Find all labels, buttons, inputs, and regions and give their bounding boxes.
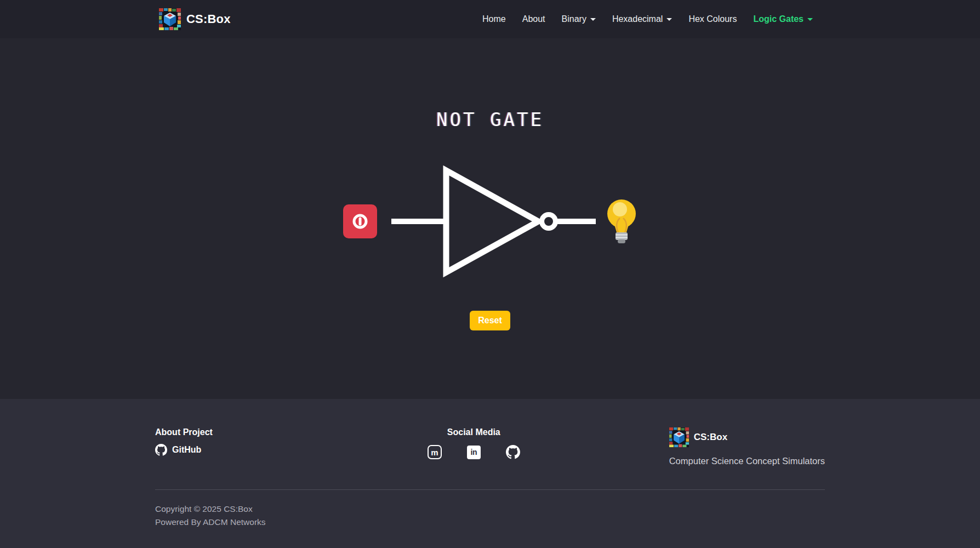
github-octocat-icon [155, 444, 167, 456]
power-off-icon [350, 211, 371, 232]
page-title: NOT GATE [436, 109, 544, 130]
github-repo-link[interactable]: GitHub [155, 444, 213, 456]
lightbulb-icon [606, 199, 637, 244]
reset-button[interactable]: Reset [470, 311, 510, 330]
about-project-heading: About Project [155, 427, 213, 437]
nav-item-logic-gates-dropdown[interactable]: Logic Gates [745, 9, 821, 29]
powered-by-text: Powered By ADCM Networks [155, 517, 825, 527]
navbar: CS:Box Home About Binary Hexadecimal Hex… [0, 0, 980, 38]
cs-box-cube-logo-icon [669, 427, 689, 447]
footer-divider [155, 489, 825, 490]
linkedin-link[interactable]: in [467, 446, 481, 459]
mastodon-link[interactable]: m [428, 445, 442, 459]
footer: About Project GitHub Social Media m [0, 399, 980, 548]
footer-brand-title: CS:Box [694, 432, 727, 443]
copyright-text: Copyright © 2025 CS:Box [155, 504, 825, 514]
copyright-block: Copyright © 2025 CS:Box Powered By ADCM … [155, 504, 825, 527]
chevron-down-icon [807, 18, 813, 21]
chevron-down-icon [590, 18, 596, 21]
nav-item-home[interactable]: Home [474, 9, 514, 29]
not-gate-simulator: NOT GATE [0, 38, 980, 399]
nav-item-hexadecimal-dropdown[interactable]: Hexadecimal [604, 9, 680, 29]
social-media-heading: Social Media [447, 427, 500, 437]
input-toggle-button[interactable] [343, 204, 377, 238]
footer-tagline: Computer Science Concept Simulators [669, 456, 825, 466]
nav-item-binary-dropdown[interactable]: Binary [554, 9, 604, 29]
footer-brand-column: CS:Box Computer Science Concept Simulato… [669, 427, 825, 466]
not-gate-symbol [391, 158, 596, 284]
chevron-down-icon [666, 18, 672, 21]
brand-title: CS:Box [186, 12, 231, 26]
nav-menu: Home About Binary Hexadecimal Hex Colour… [474, 9, 821, 29]
footer-social-column: Social Media m in [428, 427, 520, 459]
linkedin-icon: in [467, 446, 481, 459]
nav-item-hex-colours[interactable]: Hex Colours [680, 9, 745, 29]
nav-item-about[interactable]: About [514, 9, 554, 29]
github-link-label: GitHub [172, 445, 201, 455]
cs-box-cube-logo-icon [159, 8, 181, 30]
brand-link[interactable]: CS:Box [159, 8, 231, 30]
mastodon-icon: m [428, 445, 442, 459]
footer-about-column: About Project GitHub [155, 427, 213, 456]
github-social-link[interactable] [506, 445, 520, 459]
github-octocat-icon [506, 445, 520, 459]
gate-diagram [343, 158, 637, 284]
